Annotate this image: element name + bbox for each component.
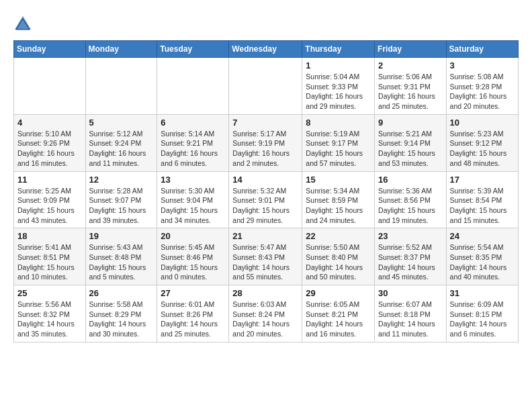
page: SundayMondayTuesdayWednesdayThursdayFrid… xyxy=(0,0,532,349)
day-number: 31 xyxy=(450,288,515,298)
calendar-cell xyxy=(85,58,157,115)
day-number: 17 xyxy=(450,175,515,185)
day-number: 4 xyxy=(17,118,82,128)
day-info: Sunrise: 5:21 AM Sunset: 9:14 PM Dayligh… xyxy=(378,129,443,169)
week-row-2: 4Sunrise: 5:10 AM Sunset: 9:26 PM Daylig… xyxy=(14,114,519,171)
calendar-cell: 16Sunrise: 5:36 AM Sunset: 8:56 PM Dayli… xyxy=(375,171,447,228)
calendar-cell: 5Sunrise: 5:12 AM Sunset: 9:24 PM Daylig… xyxy=(85,114,157,171)
calendar-cell xyxy=(157,58,229,115)
day-info: Sunrise: 6:05 AM Sunset: 8:21 PM Dayligh… xyxy=(306,300,371,339)
logo xyxy=(13,15,34,34)
day-number: 27 xyxy=(161,288,225,298)
day-info: Sunrise: 5:34 AM Sunset: 8:59 PM Dayligh… xyxy=(306,186,371,226)
calendar-cell: 17Sunrise: 5:39 AM Sunset: 8:54 PM Dayli… xyxy=(446,171,518,228)
day-info: Sunrise: 5:04 AM Sunset: 9:33 PM Dayligh… xyxy=(306,72,371,111)
day-number: 19 xyxy=(89,231,154,241)
calendar-cell xyxy=(14,58,86,115)
day-info: Sunrise: 6:03 AM Sunset: 8:24 PM Dayligh… xyxy=(232,300,298,339)
day-info: Sunrise: 6:07 AM Sunset: 8:18 PM Dayligh… xyxy=(378,300,443,339)
calendar-cell: 6Sunrise: 5:14 AM Sunset: 9:21 PM Daylig… xyxy=(157,114,229,171)
day-info: Sunrise: 5:50 AM Sunset: 8:40 PM Dayligh… xyxy=(306,242,371,282)
day-info: Sunrise: 5:08 AM Sunset: 9:28 PM Dayligh… xyxy=(450,72,515,111)
day-info: Sunrise: 5:28 AM Sunset: 9:07 PM Dayligh… xyxy=(89,186,154,226)
day-info: Sunrise: 5:17 AM Sunset: 9:19 PM Dayligh… xyxy=(232,129,298,169)
calendar-cell: 1Sunrise: 5:04 AM Sunset: 9:33 PM Daylig… xyxy=(302,58,375,115)
weekday-header-tuesday: Tuesday xyxy=(157,41,229,58)
day-info: Sunrise: 5:23 AM Sunset: 9:12 PM Dayligh… xyxy=(450,129,515,169)
day-number: 23 xyxy=(378,231,443,241)
weekday-header-saturday: Saturday xyxy=(446,41,518,58)
day-number: 2 xyxy=(378,60,443,71)
calendar-cell: 18Sunrise: 5:41 AM Sunset: 8:51 PM Dayli… xyxy=(14,228,86,285)
day-info: Sunrise: 5:43 AM Sunset: 8:48 PM Dayligh… xyxy=(89,242,154,282)
day-number: 11 xyxy=(17,175,82,185)
calendar-cell: 15Sunrise: 5:34 AM Sunset: 8:59 PM Dayli… xyxy=(302,171,375,228)
calendar-cell: 9Sunrise: 5:21 AM Sunset: 9:14 PM Daylig… xyxy=(375,114,447,171)
day-info: Sunrise: 5:36 AM Sunset: 8:56 PM Dayligh… xyxy=(378,186,443,226)
calendar-cell: 21Sunrise: 5:47 AM Sunset: 8:43 PM Dayli… xyxy=(229,228,302,285)
logo-icon xyxy=(13,15,32,34)
day-number: 15 xyxy=(306,175,371,185)
calendar-cell: 8Sunrise: 5:19 AM Sunset: 9:17 PM Daylig… xyxy=(302,114,375,171)
calendar-cell: 25Sunrise: 5:56 AM Sunset: 8:32 PM Dayli… xyxy=(14,285,86,342)
weekday-header-row: SundayMondayTuesdayWednesdayThursdayFrid… xyxy=(14,41,519,58)
day-number: 25 xyxy=(17,288,82,298)
day-number: 5 xyxy=(89,118,154,128)
day-info: Sunrise: 5:52 AM Sunset: 8:37 PM Dayligh… xyxy=(378,242,443,282)
weekday-header-sunday: Sunday xyxy=(14,41,86,58)
day-info: Sunrise: 5:06 AM Sunset: 9:31 PM Dayligh… xyxy=(378,72,443,111)
day-number: 14 xyxy=(232,175,298,185)
day-number: 18 xyxy=(17,231,82,241)
day-info: Sunrise: 5:32 AM Sunset: 9:01 PM Dayligh… xyxy=(232,186,298,226)
weekday-header-friday: Friday xyxy=(375,41,447,58)
day-number: 1 xyxy=(306,60,371,71)
day-info: Sunrise: 5:14 AM Sunset: 9:21 PM Dayligh… xyxy=(161,129,225,169)
day-info: Sunrise: 5:12 AM Sunset: 9:24 PM Dayligh… xyxy=(89,129,154,169)
day-number: 6 xyxy=(161,118,225,128)
weekday-header-monday: Monday xyxy=(85,41,157,58)
day-number: 12 xyxy=(89,175,154,185)
calendar-cell: 4Sunrise: 5:10 AM Sunset: 9:26 PM Daylig… xyxy=(14,114,86,171)
day-info: Sunrise: 5:56 AM Sunset: 8:32 PM Dayligh… xyxy=(17,300,82,339)
day-info: Sunrise: 5:58 AM Sunset: 8:29 PM Dayligh… xyxy=(89,300,154,339)
calendar-cell xyxy=(229,58,302,115)
day-number: 16 xyxy=(378,175,443,185)
day-number: 9 xyxy=(378,118,443,128)
calendar-cell: 7Sunrise: 5:17 AM Sunset: 9:19 PM Daylig… xyxy=(229,114,302,171)
day-info: Sunrise: 5:45 AM Sunset: 8:46 PM Dayligh… xyxy=(161,242,225,282)
calendar-cell: 3Sunrise: 5:08 AM Sunset: 9:28 PM Daylig… xyxy=(446,58,518,115)
day-info: Sunrise: 5:39 AM Sunset: 8:54 PM Dayligh… xyxy=(450,186,515,226)
calendar-table: SundayMondayTuesdayWednesdayThursdayFrid… xyxy=(13,40,519,342)
day-number: 13 xyxy=(161,175,225,185)
day-number: 26 xyxy=(89,288,154,298)
calendar-cell: 19Sunrise: 5:43 AM Sunset: 8:48 PM Dayli… xyxy=(85,228,157,285)
day-number: 7 xyxy=(232,118,298,128)
calendar-cell: 13Sunrise: 5:30 AM Sunset: 9:04 PM Dayli… xyxy=(157,171,229,228)
day-number: 24 xyxy=(450,231,515,241)
day-info: Sunrise: 6:01 AM Sunset: 8:26 PM Dayligh… xyxy=(161,300,225,339)
day-number: 28 xyxy=(232,288,298,298)
calendar-cell: 12Sunrise: 5:28 AM Sunset: 9:07 PM Dayli… xyxy=(85,171,157,228)
calendar-cell: 20Sunrise: 5:45 AM Sunset: 8:46 PM Dayli… xyxy=(157,228,229,285)
day-info: Sunrise: 5:54 AM Sunset: 8:35 PM Dayligh… xyxy=(450,242,515,282)
week-row-5: 25Sunrise: 5:56 AM Sunset: 8:32 PM Dayli… xyxy=(14,285,519,342)
day-number: 3 xyxy=(450,60,515,71)
calendar-cell: 30Sunrise: 6:07 AM Sunset: 8:18 PM Dayli… xyxy=(375,285,447,342)
day-number: 20 xyxy=(161,231,225,241)
day-info: Sunrise: 5:30 AM Sunset: 9:04 PM Dayligh… xyxy=(161,186,225,226)
calendar-cell: 10Sunrise: 5:23 AM Sunset: 9:12 PM Dayli… xyxy=(446,114,518,171)
calendar-cell: 23Sunrise: 5:52 AM Sunset: 8:37 PM Dayli… xyxy=(375,228,447,285)
weekday-header-thursday: Thursday xyxy=(302,41,375,58)
calendar-cell: 27Sunrise: 6:01 AM Sunset: 8:26 PM Dayli… xyxy=(157,285,229,342)
day-info: Sunrise: 6:09 AM Sunset: 8:15 PM Dayligh… xyxy=(450,300,515,339)
calendar-cell: 26Sunrise: 5:58 AM Sunset: 8:29 PM Dayli… xyxy=(85,285,157,342)
day-info: Sunrise: 5:10 AM Sunset: 9:26 PM Dayligh… xyxy=(17,129,82,169)
calendar-cell: 28Sunrise: 6:03 AM Sunset: 8:24 PM Dayli… xyxy=(229,285,302,342)
day-number: 30 xyxy=(378,288,443,298)
calendar-cell: 29Sunrise: 6:05 AM Sunset: 8:21 PM Dayli… xyxy=(302,285,375,342)
week-row-3: 11Sunrise: 5:25 AM Sunset: 9:09 PM Dayli… xyxy=(14,171,519,228)
week-row-1: 1Sunrise: 5:04 AM Sunset: 9:33 PM Daylig… xyxy=(14,58,519,115)
day-number: 8 xyxy=(306,118,371,128)
day-info: Sunrise: 5:41 AM Sunset: 8:51 PM Dayligh… xyxy=(17,242,82,282)
day-number: 10 xyxy=(450,118,515,128)
